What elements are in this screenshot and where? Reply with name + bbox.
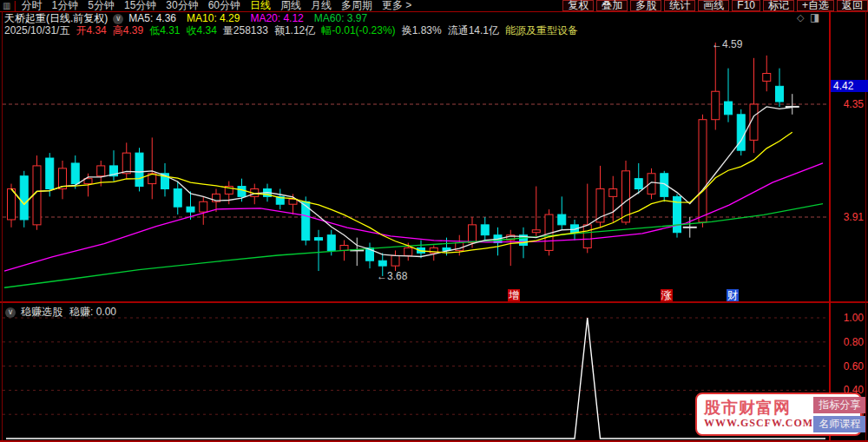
toolbar-button[interactable]: 复权	[562, 0, 594, 11]
period-tab[interactable]: 1分钟	[52, 0, 79, 11]
quote-field: 高4.39	[113, 25, 143, 36]
quote-field: 能源及重型设备	[505, 25, 578, 36]
split-view-icon[interactable]: ◨	[810, 12, 819, 23]
left-border	[2, 11, 3, 440]
watermark-tag: 指标分享	[813, 397, 865, 413]
toolbar-button[interactable]: 画线	[698, 0, 729, 11]
diamond-icon[interactable]: ◇	[797, 13, 804, 23]
watermark-tag: 名师课程	[813, 416, 865, 432]
watermark-card: 股市财富网 WWW.GSCFW.COM 指标分享名师课程	[695, 393, 862, 436]
quote-field: 额1.12亿	[274, 25, 315, 36]
period-tab[interactable]: 15分钟	[124, 0, 156, 11]
chart-marker-badge: 财	[727, 289, 739, 301]
period-tab[interactable]: 5分钟	[88, 0, 115, 11]
indicator-name[interactable]: 稳赚选股	[21, 305, 62, 320]
instrument-title: 天桥起重(日线.前复权)	[4, 13, 108, 24]
period-tab[interactable]: 月线	[311, 0, 332, 11]
ma-legend-item: MA20: 4.12	[250, 12, 303, 24]
toolbar-button[interactable]: 标记	[763, 0, 794, 11]
indicator-axis-label: 0.60	[831, 360, 864, 373]
price-axis-label: 4.35	[831, 98, 864, 110]
period-tab[interactable]: 日线	[250, 0, 271, 11]
quote-field: 低4.31	[149, 25, 180, 36]
chart-marker-badge: 增	[508, 289, 520, 301]
chevron-down-icon[interactable]: ∨	[5, 307, 16, 318]
indicator-value: 稳赚: 0.00	[69, 305, 116, 320]
ma-legend-item: MA60: 3.97	[314, 12, 367, 24]
toolbar-button[interactable]: 多股	[630, 0, 661, 11]
main-candlestick-chart[interactable]	[3, 38, 829, 301]
watermark-title: 股市财富网	[704, 399, 813, 417]
indicator-axis-label: 0.80	[831, 336, 864, 348]
chevron-down-icon[interactable]: ∨	[113, 14, 123, 24]
toolbar-button[interactable]: 返回	[837, 0, 868, 11]
period-tab[interactable]: 更多 >	[382, 0, 411, 11]
quote-bar: 2025/10/31/五开4.34高4.39低4.31收4.34量258133额…	[4, 25, 584, 36]
chart-marker-badge: 涨	[661, 289, 673, 301]
price-axis-line	[829, 11, 831, 440]
quote-field: 换1.83%	[402, 25, 442, 36]
indicator-axis-label: 1.00	[831, 312, 864, 324]
toolbar-button[interactable]: 叠加	[596, 0, 628, 11]
stock-app-window: ▥ | 分时1分钟5分钟15分钟30分钟60分钟日线周线月线多周期更多 > 复权…	[0, 0, 868, 442]
period-tabs: 分时1分钟5分钟15分钟30分钟60分钟日线周线月线多周期更多 >	[22, 0, 422, 11]
price-axis-label: 3.91	[831, 211, 864, 223]
quote-field: 幅-0.01(-0.23%)	[321, 25, 395, 36]
quote-field: 量258133	[223, 25, 268, 36]
quote-field: 开4.34	[76, 25, 106, 36]
price-annotation: ←3.68	[377, 270, 407, 282]
ma-legend-item: MA10: 4.29	[187, 12, 240, 24]
watermark-url: WWW.GSCFW.COM	[704, 417, 813, 429]
toolbar-button[interactable]: +自选	[797, 0, 834, 11]
quote-field: 流通14.1亿	[448, 25, 499, 36]
quote-field: 收4.34	[186, 25, 216, 36]
menu-grid-icon[interactable]: ▥	[3, 0, 10, 11]
period-tab[interactable]: 30分钟	[166, 0, 198, 11]
watermark-tags: 指标分享名师课程	[813, 397, 865, 432]
toolbar-button[interactable]: F10	[732, 0, 760, 11]
instrument-info-bar: 天桥起重(日线.前复权) ∨ MA5: 4.36MA10: 4.29MA20: …	[4, 13, 378, 24]
action-buttons: 复权叠加多股统计画线F10标记+自选返回	[560, 0, 868, 11]
ma-legend: MA5: 4.36MA10: 4.29MA20: 4.12MA60: 3.97	[128, 13, 378, 24]
quote-field: 2025/10/31/五	[4, 25, 69, 36]
period-tab[interactable]: 60分钟	[208, 0, 240, 11]
period-toolbar: ▥ | 分时1分钟5分钟15分钟30分钟60分钟日线周线月线多周期更多 > 复权…	[0, 0, 868, 12]
current-price-badge: 4.42	[831, 80, 868, 92]
toolbar-separator: |	[13, 0, 16, 11]
ma-legend-item: MA5: 4.36	[128, 12, 176, 24]
period-tab[interactable]: 周线	[280, 0, 301, 11]
price-annotation: ←4.59	[712, 38, 742, 50]
period-tab[interactable]: 分时	[22, 0, 43, 11]
indicator-header: ∨ 稳赚选股 稳赚: 0.00	[5, 305, 116, 320]
toolbar-button[interactable]: 统计	[664, 0, 695, 11]
right-border	[865, 11, 866, 440]
period-tab[interactable]: 多周期	[341, 0, 372, 11]
